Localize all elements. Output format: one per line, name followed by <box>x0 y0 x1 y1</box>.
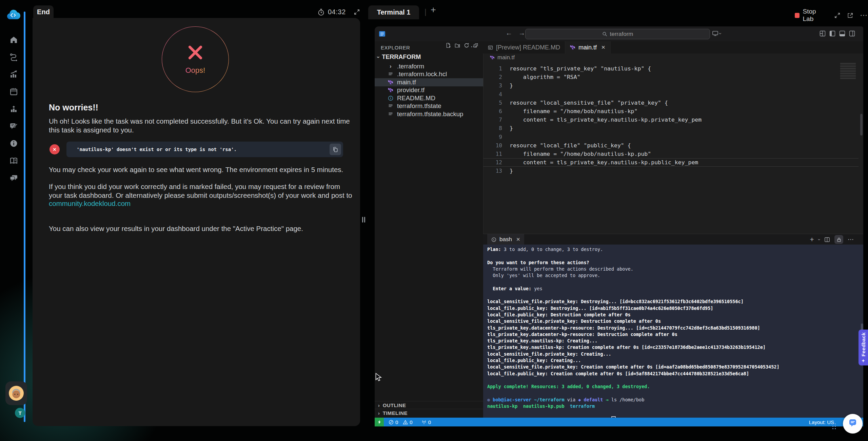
terminal-output[interactable]: Plan: 3 to add, 0 to change, 3 to destro… <box>483 245 863 418</box>
vscode-window: ← → terraform › <box>375 26 863 426</box>
stop-lab-button[interactable]: Stop Lab <box>803 8 826 23</box>
leaderboard-icon[interactable] <box>9 104 18 113</box>
result-heading: No worries!! <box>49 103 98 112</box>
new-tab-button[interactable]: + <box>431 5 436 15</box>
documentation-icon[interactable] <box>9 156 18 165</box>
info-icon[interactable] <box>9 139 18 148</box>
code-line-4: 4 <box>483 90 859 99</box>
terminal-line: Enter a value: yes <box>487 286 863 292</box>
code-line-8: 8} <box>483 124 859 132</box>
sidebar-section-timeline[interactable]: › TIMELINE <box>375 409 483 417</box>
warnings-indicator[interactable]: 0 <box>403 419 412 425</box>
search-icon <box>602 31 607 37</box>
code-line-9: 9 <box>483 133 859 141</box>
terminal-line: Do you want to perform these actions? <box>487 259 863 266</box>
toggle-sidebar-icon[interactable] <box>829 30 835 37</box>
editor-scrollbar[interactable] <box>860 114 863 135</box>
new-terminal-icon[interactable]: + <box>810 235 814 244</box>
home-icon[interactable] <box>9 35 18 44</box>
customize-layout-icon[interactable] <box>820 30 826 37</box>
tab-end[interactable]: End <box>33 5 54 18</box>
file-provider.tf[interactable]: provider.tf <box>375 86 483 94</box>
explorer-section-terraform[interactable]: › TERRAFORM <box>375 53 483 61</box>
chevron-down-icon: › <box>375 56 381 58</box>
tab-separator: | <box>425 7 427 16</box>
learning-path-icon[interactable] <box>9 52 18 61</box>
feedback-button[interactable]: Feedback <box>859 330 868 365</box>
new-file-icon[interactable] <box>446 43 451 48</box>
terminal-line: local_sensitive_file.private_key: Destru… <box>487 318 863 324</box>
tab-terminal-1[interactable]: Terminal 1 <box>368 5 419 19</box>
file-.terraform[interactable]: ›.terraform <box>375 62 483 70</box>
file-icon <box>388 111 394 117</box>
toggle-secondary-sidebar-icon[interactable] <box>849 30 855 37</box>
progress-icon[interactable] <box>9 70 18 79</box>
feedback-notes-icon[interactable] <box>9 122 18 130</box>
file-terraform.tfstate[interactable]: terraform.tfstate <box>375 102 483 110</box>
community-link[interactable]: community.kodekloud.com <box>49 200 131 208</box>
expand-icon[interactable] <box>354 9 360 15</box>
chat-widget-button[interactable] <box>843 414 863 434</box>
stopwatch-icon <box>317 8 325 16</box>
copy-icon[interactable] <box>330 144 341 155</box>
terminal-dropdown-icon[interactable]: › <box>816 239 822 240</box>
command-search-input[interactable]: terraform <box>525 29 710 39</box>
check-work-text: You may check your work again to see wha… <box>49 165 354 174</box>
kodekloud-logo-icon[interactable] <box>5 7 22 22</box>
collapse-all-icon[interactable] <box>473 43 478 48</box>
code-line-13: 13} <box>483 167 859 175</box>
explorer-actions <box>446 43 478 48</box>
sidebar-section-outline[interactable]: › OUTLINE <box>375 401 483 409</box>
sparkle-icon <box>861 359 865 363</box>
error-message-text: 'nautilus-kp' doesn't exist or or its ty… <box>66 147 237 152</box>
terminal-more-icon[interactable]: ⋯ <box>848 236 854 243</box>
back-icon[interactable]: ← <box>506 29 512 37</box>
calendar-icon[interactable] <box>9 87 18 96</box>
file-main.tf[interactable]: main.tf <box>375 78 483 86</box>
layout-controls <box>820 30 855 37</box>
keyboard-layout-indicator[interactable]: Layout: US <box>809 419 834 425</box>
t-badge[interactable]: T <box>15 408 25 418</box>
user-avatar[interactable] <box>5 381 27 405</box>
panel-accent-divider[interactable] <box>24 12 25 422</box>
more-options-icon[interactable]: ⋯ <box>860 11 868 20</box>
terminal-line <box>487 292 863 298</box>
panel-resize-handle[interactable] <box>362 217 365 223</box>
terminal-line: tls_private_key.datacenter-kp-resource: … <box>487 325 863 331</box>
fullscreen-icon[interactable] <box>834 12 841 19</box>
error-message-box: 'nautilus-kp' doesn't exist or or its ty… <box>66 142 343 157</box>
remote-status-icon[interactable] <box>375 418 384 426</box>
new-folder-icon[interactable] <box>455 43 460 48</box>
editor-tab-main.tf[interactable]: main.tf✕ <box>565 41 611 54</box>
terraform-icon <box>388 79 394 85</box>
community-icon[interactable] <box>9 173 18 182</box>
resize-grip-dots[interactable] <box>832 423 836 429</box>
split-terminal-icon[interactable] <box>824 237 830 243</box>
code-editor[interactable]: 1resource "tls_private_key" "nautilus-kp… <box>483 62 859 234</box>
minimap[interactable] <box>840 63 856 79</box>
toggle-panel-icon[interactable] <box>839 30 845 37</box>
lock-icon[interactable] <box>834 235 843 244</box>
menu-icon[interactable] <box>379 30 386 37</box>
close-icon[interactable]: ✕ <box>601 44 606 50</box>
file-.terraform.lock.hcl[interactable]: .terraform.lock.hcl <box>375 70 483 79</box>
file-terraform.tfstate.backup[interactable]: terraform.tfstate.backup <box>375 110 483 118</box>
close-icon[interactable]: ✕ <box>516 236 520 243</box>
breadcrumb[interactable]: main.tf <box>490 54 515 61</box>
refresh-icon[interactable] <box>464 43 469 48</box>
remote-indicator-icon[interactable]: › <box>712 30 722 37</box>
terraform-file-icon <box>490 55 495 60</box>
timer-value: 04:32 <box>328 8 346 16</box>
errors-indicator[interactable]: 0 <box>389 419 398 425</box>
explorer-sidebar: EXPLORER ⋯ › TERRAFORM <box>375 41 484 418</box>
editor-tab--preview-readme.md[interactable]: [Preview] README.MD <box>483 41 565 54</box>
explorer-header: EXPLORER <box>381 45 410 50</box>
result-message: Uh oh! Looks like the task was not compl… <box>49 117 354 134</box>
forward-icon[interactable]: → <box>518 29 525 37</box>
error-badge-icon: ✕ <box>50 144 60 154</box>
ports-indicator[interactable]: 0 <box>421 419 431 425</box>
open-external-icon[interactable] <box>847 12 853 19</box>
stop-icon <box>795 13 800 18</box>
terminal-tab-bash[interactable]: bash ✕ <box>487 234 524 245</box>
file-README.MD[interactable]: README.MD <box>375 94 483 102</box>
